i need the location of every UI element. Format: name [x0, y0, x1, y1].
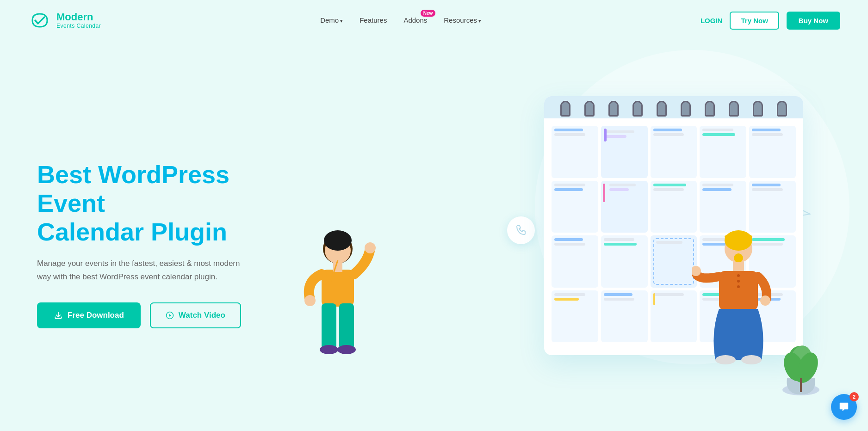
svg-point-27: [737, 280, 740, 283]
cal-cell: [552, 126, 598, 178]
cal-cell: [651, 126, 697, 178]
ring-9: [753, 101, 763, 117]
svg-point-14: [365, 242, 376, 253]
logo-brand-name: Modern: [56, 12, 101, 23]
svg-rect-17: [339, 303, 354, 350]
buy-now-button[interactable]: Buy Now: [787, 12, 840, 30]
svg-rect-24: [733, 262, 744, 271]
ring-2: [584, 101, 595, 117]
float-phone-icon: [507, 216, 535, 244]
person-right-svg: [692, 221, 785, 415]
nav-item-addons[interactable]: Addons New: [403, 16, 427, 25]
hero-title-line1: Best WordPress Event: [37, 160, 229, 217]
ring-1: [560, 101, 570, 117]
nav-link-demo[interactable]: Demo: [320, 16, 343, 24]
nav-item-resources[interactable]: Resources: [444, 16, 481, 25]
svg-point-23: [734, 253, 743, 263]
phone-svg: [515, 224, 527, 237]
ring-3: [608, 101, 619, 117]
cal-cell: [601, 235, 648, 288]
cal-cell: [601, 181, 648, 233]
cal-cell: [601, 290, 648, 343]
cal-cell: [651, 235, 697, 288]
cal-cell: [651, 290, 697, 343]
hero-title: Best WordPress Event Calendar Plugin: [37, 160, 278, 246]
free-download-button[interactable]: Free Download: [37, 302, 141, 328]
addons-badge: New: [421, 10, 436, 17]
nav-actions: LOGIN Try Now Buy Now: [701, 12, 840, 30]
logo-subtitle: Events Calendar: [56, 23, 101, 29]
chat-badge: 2: [849, 392, 859, 401]
hero-title-line2: Calendar Plugin: [37, 218, 227, 246]
ring-10: [777, 101, 787, 117]
svg-point-19: [337, 345, 356, 354]
decorative-plant: [775, 332, 826, 392]
calendar-rings: [544, 96, 803, 118]
cal-cell: [651, 181, 697, 233]
hero-buttons: Free Download Watch Video: [37, 302, 278, 328]
cal-cell: [601, 126, 648, 178]
person-right: [692, 221, 785, 406]
svg-point-0: [28, 8, 52, 32]
ring-8: [729, 101, 739, 117]
hero-content: Best WordPress Event Calendar Plugin Man…: [37, 160, 278, 328]
nav-item-features[interactable]: Features: [360, 16, 387, 25]
svg-point-32: [741, 355, 762, 364]
ring-6: [681, 101, 691, 117]
nav-link-addons[interactable]: Addons: [403, 16, 427, 24]
cal-cell: [700, 126, 746, 178]
cal-cell: [552, 181, 598, 233]
hero-illustration: JAN 27: [305, 68, 840, 420]
plant-svg: [775, 332, 826, 397]
hero-description: Manage your events in the fastest, easie…: [37, 257, 250, 284]
watch-video-button[interactable]: Watch Video: [150, 302, 241, 328]
svg-rect-16: [322, 303, 336, 350]
navbar: Modern Events Calendar Demo Features Add…: [0, 0, 868, 41]
svg-point-31: [715, 355, 736, 364]
nav-link-resources[interactable]: Resources: [444, 16, 481, 24]
play-icon: [166, 311, 174, 320]
svg-point-30: [760, 296, 770, 306]
logo[interactable]: Modern Events Calendar: [28, 8, 101, 32]
logo-icon: [28, 8, 52, 32]
cal-cell: [749, 126, 796, 178]
person-left: [296, 221, 379, 406]
ring-5: [657, 101, 667, 117]
hero-section: Best WordPress Event Calendar Plugin Man…: [0, 41, 868, 429]
try-now-button[interactable]: Try Now: [730, 12, 779, 30]
login-button[interactable]: LOGIN: [701, 17, 723, 25]
ring-4: [632, 101, 643, 117]
cal-cell: [552, 235, 598, 288]
download-icon: [54, 311, 63, 320]
svg-point-11: [324, 230, 352, 251]
ring-7: [705, 101, 715, 117]
cal-cell: [552, 290, 598, 343]
svg-point-15: [304, 295, 316, 306]
svg-point-18: [320, 345, 338, 354]
nav-menu: Demo Features Addons New Resources: [320, 16, 481, 25]
svg-point-26: [737, 274, 740, 277]
nav-link-features[interactable]: Features: [360, 16, 387, 24]
person-left-svg: [296, 221, 379, 406]
svg-point-28: [737, 285, 740, 288]
chat-bubble[interactable]: 2: [831, 394, 857, 420]
svg-point-33: [725, 233, 752, 240]
nav-item-demo[interactable]: Demo: [320, 16, 343, 25]
chat-icon: [838, 401, 850, 413]
